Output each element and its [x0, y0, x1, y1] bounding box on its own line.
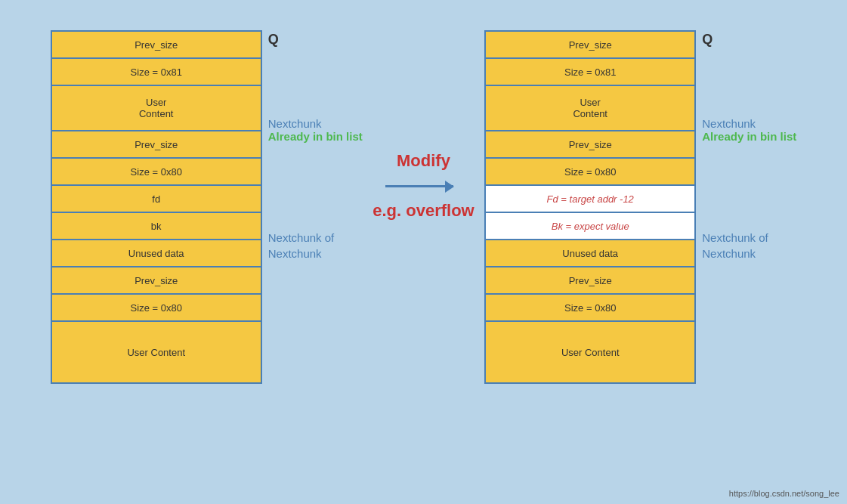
right-cell-size-81: Size = 0x81	[486, 59, 694, 86]
right-nextchunk-text: Nextchunk	[702, 117, 796, 130]
watermark: https://blog.csdn.net/song_lee	[729, 489, 839, 498]
right-cell-fd: Fd = target addr -12	[486, 186, 694, 213]
left-label-q: Q	[268, 32, 363, 48]
right-cell-bk: Bk = expect value	[486, 213, 694, 240]
right-side-labels: Q Nextchunk Already in bin list Nextchun…	[702, 30, 796, 261]
left-cell-prev-size-1: Prev_size	[52, 32, 261, 59]
left-chunk-wrapper: Prev_size Size = 0x81 UserContent Prev_s…	[51, 30, 363, 384]
left-cell-size-81: Size = 0x81	[52, 59, 261, 86]
overflow-label: e.g. overflow	[372, 201, 474, 221]
left-cell-user-content-2: User Content	[52, 322, 261, 382]
arrow	[385, 177, 461, 195]
left-nextchunk-label: Nextchunk Already in bin list	[268, 117, 363, 143]
left-side-labels: Q Nextchunk Already in bin list Nextchun…	[268, 30, 363, 261]
right-nextchunk-label: Nextchunk Already in bin list	[702, 117, 796, 143]
right-cell-prev-size-2: Prev_size	[486, 131, 694, 159]
left-cell-prev-size-3: Prev_size	[52, 267, 261, 295]
left-cell-user-content-1: UserContent	[52, 86, 261, 131]
right-cell-prev-size-1: Prev_size	[486, 32, 694, 59]
right-chunk-block: Prev_size Size = 0x81 UserContent Prev_s…	[484, 30, 696, 384]
middle-section: Modify e.g. overflow	[372, 30, 474, 221]
left-cell-bk: bk	[52, 213, 261, 240]
right-already-text: Already in bin list	[702, 130, 796, 143]
right-cell-unused: Unused data	[486, 240, 694, 267]
right-cell-user-content-1: UserContent	[486, 86, 694, 131]
right-cell-size-80-1: Size = 0x80	[486, 159, 694, 186]
left-nextchunk-text: Nextchunk	[268, 117, 363, 130]
left-nextchunk2-text: Nextchunk ofNextchunk	[268, 230, 363, 261]
left-cell-fd: fd	[52, 186, 261, 213]
left-cell-size-80-1: Size = 0x80	[52, 159, 261, 186]
modify-label: Modify	[397, 151, 450, 171]
right-cell-prev-size-3: Prev_size	[486, 267, 694, 295]
right-cell-user-content-2: User Content	[486, 322, 694, 382]
right-chunk-wrapper: Prev_size Size = 0x81 UserContent Prev_s…	[484, 30, 796, 384]
right-nextchunk2-text: Nextchunk ofNextchunk	[702, 230, 796, 261]
diagram-container: Prev_size Size = 0x81 UserContent Prev_s…	[0, 0, 847, 504]
left-cell-unused: Unused data	[52, 240, 261, 267]
arrow-line	[385, 185, 453, 187]
right-nextchunk2-label: Nextchunk ofNextchunk	[702, 230, 796, 261]
left-cell-size-80-2: Size = 0x80	[52, 295, 261, 322]
left-nextchunk2-label: Nextchunk ofNextchunk	[268, 230, 363, 261]
right-label-q: Q	[702, 32, 796, 48]
right-cell-size-80-2: Size = 0x80	[486, 295, 694, 322]
left-already-text: Already in bin list	[268, 130, 363, 143]
left-cell-prev-size-2: Prev_size	[52, 131, 261, 159]
left-chunk-block: Prev_size Size = 0x81 UserContent Prev_s…	[51, 30, 262, 384]
